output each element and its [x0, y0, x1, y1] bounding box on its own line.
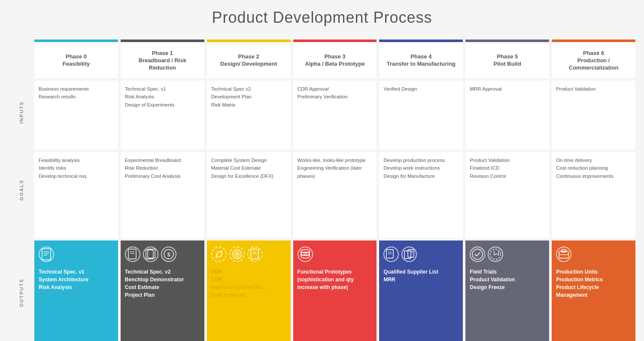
phases-grid: Phase 0FeasibilityBusiness requirementsR…	[34, 40, 635, 341]
goal-item: Cost reduction planning	[556, 164, 631, 172]
output-item: Benchtop Demonstrator	[125, 276, 184, 283]
phase-header-1: Phase 1Breadboard / Risk Reduction	[121, 40, 204, 78]
output-icon-2-2	[247, 247, 263, 262]
inputs-label: INPUTS	[9, 78, 34, 147]
output-item: Product Lifecycle Management	[556, 283, 631, 299]
goal-item: On-time delivery	[556, 156, 631, 164]
outputs-icons-4	[383, 247, 417, 262]
goal-item: Finalized ICD	[470, 164, 545, 172]
phase-goals-4: Develop production processDevelop work i…	[379, 152, 463, 238]
phase-outputs-5: Field TrialsProduct ValidationDesign Fre…	[465, 241, 549, 341]
goal-item: Develop technical req.	[39, 172, 114, 180]
input-item: Risk Matrix	[211, 101, 286, 109]
phase-number-1: Phase 1	[152, 50, 173, 56]
output-item: CDR	[211, 276, 265, 283]
phase-outputs-2: PDRCDRInterface Control Doc.Cost Forecas…	[207, 241, 291, 341]
output-item: Functional Prototypes (sophistication an…	[298, 268, 373, 291]
phase-inputs-6: Product Validation	[552, 81, 635, 149]
phase-number-5: Phase 5	[497, 53, 518, 60]
output-icon-5-1	[488, 247, 503, 262]
goal-item: Complete System Design	[211, 156, 286, 164]
svg-rect-7	[146, 250, 153, 259]
output-item: Cost Estimate	[125, 283, 184, 291]
phase-outputs-0: Technical Spec. v1System ArchitectureRis…	[34, 241, 118, 341]
phase-number-2: Phase 2	[238, 53, 259, 60]
phase-number-3: Phase 3	[324, 53, 345, 60]
phase-inputs-2: Technical Spec v2Development PlanRisk Ma…	[207, 81, 291, 149]
phase-header-6: Phase 6Production / Commercialization	[552, 40, 635, 78]
goal-item: Identify risks	[39, 164, 114, 172]
phase-col-1: Phase 1Breadboard / Risk ReductionTechni…	[121, 40, 204, 341]
phase-col-5: Phase 5Pilot BuildMRR ApprovalProduct Va…	[465, 40, 549, 341]
svg-rect-0	[42, 249, 51, 260]
goal-item: Develop work instructions	[383, 164, 459, 172]
goal-item: Works-like, looks-like prototype	[298, 156, 373, 164]
input-item: Design of Experiments	[125, 101, 200, 109]
output-item: Risk Analysis	[39, 283, 88, 291]
output-item: Cost Forecast	[211, 291, 265, 299]
outputs-text-5: Field TrialsProduct ValidationDesign Fre…	[470, 268, 515, 291]
phase-header-4: Phase 4Transfer to Manufacturing	[379, 40, 463, 78]
input-item: Verified Design	[383, 85, 459, 93]
phase-name-2: Design/ Development	[220, 61, 277, 68]
output-item: Product Validation	[470, 276, 515, 283]
phase-name-3: Alpha / Beta Prototype	[305, 61, 365, 68]
phase-goals-5: Product ValidationFinalized ICDRevision …	[465, 152, 549, 238]
output-item: Production Metrics	[556, 276, 631, 283]
svg-point-28	[472, 249, 483, 259]
svg-line-11	[216, 252, 218, 257]
phase-goals-1: Experimental BreadboardRisk ReductionPre…	[121, 152, 204, 238]
output-icon-1-1	[143, 247, 158, 262]
outputs-label: OUTPUTS	[9, 233, 34, 341]
output-icon-5-0	[470, 247, 485, 262]
output-item: Design Freeze	[470, 283, 515, 291]
output-item: Production Units	[556, 268, 631, 276]
input-item: Preliminary Verification	[298, 93, 373, 100]
goal-item: Continuous improvements	[556, 172, 631, 180]
goal-item: Risk Reduction	[125, 164, 200, 172]
output-icon-0-0	[39, 247, 54, 262]
input-item: Risk Analysis	[125, 93, 200, 100]
svg-rect-8	[148, 249, 155, 258]
phase-inputs-0: Business requirementsResearch results	[34, 81, 118, 149]
phase-outputs-4: Qualified Supplier ListMRR	[379, 241, 463, 341]
outputs-text-0: Technical Spec. v1System ArchitectureRis…	[39, 268, 88, 291]
outputs-icons-2	[211, 247, 263, 262]
outputs-icons-0	[39, 247, 54, 262]
outputs-text-6: Production UnitsProduction MetricsProduc…	[556, 268, 631, 299]
phase-goals-6: On-time deliveryCost reduction planningC…	[552, 152, 635, 238]
outputs-icons-3	[298, 247, 313, 262]
phase-header-0: Phase 0Feasibility	[34, 40, 118, 78]
row-labels: INPUTS GOALS OUTPUTS	[9, 40, 34, 341]
output-icon-3-0	[298, 247, 313, 262]
input-item: Business requirements	[39, 85, 114, 93]
output-item: Project Plan	[125, 291, 184, 299]
input-item: Technical Spec. v1	[125, 85, 200, 93]
phase-col-4: Phase 4Transfer to ManufacturingVerified…	[379, 40, 463, 341]
phase-col-3: Phase 3Alpha / Beta PrototypeCDR Approva…	[293, 40, 377, 341]
phase-name-1: Breadboard / Risk Reduction	[125, 57, 200, 72]
svg-rect-31	[562, 250, 566, 252]
input-item: Product Validation	[556, 85, 631, 93]
phase-outputs-3: Functional Prototypes (sophistication an…	[293, 241, 377, 341]
output-item: Interface Control Doc.	[211, 283, 265, 291]
phase-goals-0: Feasibility analysisIdentify risksDevelo…	[34, 152, 118, 238]
output-icon-1-0	[125, 247, 140, 262]
phase-goals-3: Works-like, looks-like prototypeEngineer…	[293, 152, 377, 238]
output-item: Field Trials	[470, 268, 515, 276]
phase-outputs-6: Production UnitsProduction MetricsProduc…	[552, 241, 635, 341]
goal-item: Preliminary Cost Analysis	[125, 172, 200, 180]
outputs-icons-6	[556, 247, 571, 262]
goal-item: Design for Excellence (DFX)	[211, 172, 286, 180]
phase-col-2: Phase 2Design/ DevelopmentTechnical Spec…	[207, 40, 291, 341]
outputs-text-4: Qualified Supplier ListMRR	[383, 268, 438, 283]
input-item: CDR Approval	[298, 85, 373, 93]
main-container: Product Development Process INPUTS GOALS…	[4, 0, 640, 341]
output-icon-2-1	[229, 247, 245, 262]
goal-item: Material Cost Estimate	[211, 164, 286, 172]
page-title: Product Development Process	[9, 9, 635, 27]
input-item: MRR Approval	[470, 85, 545, 93]
output-icon-4-1	[401, 247, 417, 262]
goal-item: Feasibility analysis	[39, 156, 114, 164]
phase-col-6: Phase 6Production / CommercializationPro…	[552, 40, 635, 341]
